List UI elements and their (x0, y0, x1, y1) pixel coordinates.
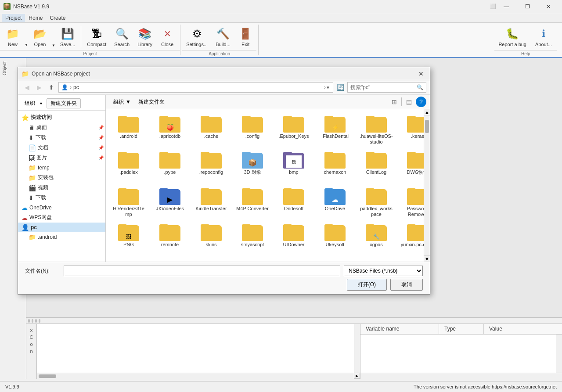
tree-pictures[interactable]: 🖼 图片 📌 (18, 153, 105, 163)
file-v-scrollbar[interactable]: ▲ ▼ (424, 109, 430, 262)
nav-back-button[interactable]: ◀ (22, 82, 32, 93)
folder-huawei[interactable]: .huawei-liteOS-studio (357, 113, 396, 147)
folder-ondesoft[interactable]: Ondesoft (274, 185, 313, 219)
folder-m4p[interactable]: M4P Converter (233, 185, 272, 219)
scroll-up-button[interactable]: ▲ (424, 109, 430, 115)
folder-kindletransfer-label: KindleTransfer (195, 206, 227, 212)
restore-button[interactable]: ❐ (517, 2, 537, 11)
open-button[interactable]: 打开(O) (347, 279, 387, 291)
help-group-label: Help (494, 50, 557, 57)
open-button[interactable]: 📂 Open (29, 25, 51, 49)
folder-kindletransfer[interactable]: KindleTransfer (192, 185, 231, 219)
settings-button[interactable]: ⚙ Settings... (182, 25, 212, 49)
organize-button[interactable]: 组织 (22, 98, 38, 108)
tree-downloads2[interactable]: ⬇ 下载 (18, 193, 105, 203)
new-dropdown-arrow[interactable]: ▼ (24, 25, 29, 49)
minimize-button[interactable]: — (496, 2, 516, 11)
view-layout-button[interactable]: ▤ (403, 97, 414, 107)
compact-icon: 🗜 (90, 27, 104, 41)
tree-onedrive[interactable]: ☁ OneDrive (18, 203, 105, 212)
folder-config[interactable]: .config (233, 113, 272, 147)
about-label: About... (535, 42, 552, 47)
build-button[interactable]: 🔨 Build... (212, 25, 234, 49)
filetype-select[interactable]: NSBase Files (*.nsb) (344, 266, 423, 276)
folder-repoconfig[interactable]: .repoconfig (192, 149, 231, 183)
nav-up-button[interactable]: ⬆ (46, 82, 57, 93)
folder-uidowner[interactable]: UIDowner (274, 221, 313, 255)
folder-remnote[interactable]: remnote (151, 221, 189, 255)
address-dropdown-arrow[interactable]: ▼ (326, 85, 330, 90)
open-dropdown-arrow[interactable]: ▼ (51, 25, 56, 49)
compact-button[interactable]: 🗜 Compact (83, 25, 110, 49)
file-organize-button[interactable]: 组织 ▼ (109, 97, 135, 107)
tree-android-sub[interactable]: 📁 .android (18, 232, 105, 242)
dialog-close-button[interactable]: ✕ (416, 68, 426, 79)
folder-chemaxon[interactable]: chemaxon (316, 149, 354, 183)
tree-temp[interactable]: 📁 temp (18, 163, 105, 173)
folder-remnote-label: remnote (161, 242, 179, 248)
nav-forward-button[interactable]: ▶ (34, 82, 44, 93)
folder-keras[interactable]: .keras (398, 113, 424, 147)
scroll-thumb (425, 120, 429, 133)
filename-input[interactable] (64, 266, 340, 276)
view-help-button[interactable]: ? (416, 97, 426, 107)
tree-desktop[interactable]: 🖥 桌面 📌 (18, 122, 105, 133)
close-button[interactable]: ✕ (538, 2, 558, 11)
folder-apricotdb[interactable]: 🍑 .apricotdb (151, 113, 189, 147)
folder-password-remover[interactable]: Password Remover (398, 185, 424, 219)
folder-pype[interactable]: .pype (151, 149, 189, 183)
about-button[interactable]: ℹ About... (530, 25, 557, 49)
folder-3d[interactable]: 📦 3D 对象 (233, 149, 272, 183)
folder-flashdental[interactable]: ⚡ .FlashDental (316, 113, 354, 147)
folder-onedrive[interactable]: ☁ OneDrive (316, 185, 354, 219)
menu-create[interactable]: Create (46, 14, 69, 22)
scroll-down-button[interactable]: ▼ (424, 255, 430, 262)
group-divider2 (258, 25, 259, 55)
refresh-button[interactable]: 🔄 (335, 82, 346, 93)
address-bar[interactable]: 👤 › pc › ▼ (58, 82, 333, 93)
library-button[interactable]: 📚 Library (133, 25, 156, 49)
folder-png[interactable]: 🖼 PNG (109, 221, 148, 255)
save-button[interactable]: 💾 Save... (56, 25, 79, 49)
folder-dwg[interactable]: DWG恢复 (398, 149, 424, 183)
workspace: Object x C o n (0, 58, 562, 379)
search-input[interactable] (350, 84, 417, 90)
tree-wps[interactable]: ☁ WPS网盘 (18, 212, 105, 223)
new-folder-button[interactable]: 新建文件夹 (47, 98, 81, 108)
folder-paddlex[interactable]: .paddlex (109, 149, 148, 183)
folder-bmp[interactable]: 🖼 bmp (274, 149, 313, 183)
new-button[interactable]: 📁 New (2, 25, 24, 49)
folder-paddlex-ws[interactable]: paddlex_workspace (357, 185, 396, 219)
tree-video[interactable]: 🎬 视频 (18, 183, 105, 193)
tree-downloads1[interactable]: ⬇ 下载 📌 (18, 133, 105, 143)
folder-clientlog[interactable]: ClientLog (357, 149, 396, 183)
report-bug-button[interactable]: 🐛 Report a bug (494, 25, 530, 49)
folder-cache[interactable]: .cache (192, 113, 231, 147)
folder-jxvideo[interactable]: ▶ JXVideoFiles (151, 185, 189, 219)
view-mode-button[interactable]: ⊞ (389, 97, 400, 107)
file-new-folder-button[interactable]: 新建文件夹 (135, 97, 168, 107)
folder-android[interactable]: .android (109, 113, 148, 147)
menu-home[interactable]: Home (25, 14, 46, 22)
folder-yunxin[interactable]: yunxin-pc-client (398, 221, 424, 255)
folder-paddlex-ws-label: paddlex_workspace (359, 206, 393, 217)
search-button[interactable]: 🔍 Search (110, 25, 133, 49)
cancel-button[interactable]: 取消 (390, 279, 423, 291)
tree-install[interactable]: 📁 安装包 (18, 173, 105, 183)
close-button[interactable]: ✕ Close (156, 25, 178, 49)
tree-pc[interactable]: 👤 pc (18, 223, 105, 232)
folder-ukeysoft[interactable]: Ukeysoft (316, 221, 354, 255)
folder-xgpos[interactable]: 🔧 xgpos (357, 221, 396, 255)
tree-documents[interactable]: 📄 文档 📌 (18, 143, 105, 153)
folder-paddlex-label: .paddlex (119, 169, 138, 175)
divider1 (81, 26, 81, 47)
tree-quick-access[interactable]: ⭐ 快速访问 (18, 112, 105, 122)
folder-smyascript[interactable]: smyascript (233, 221, 272, 255)
folder-skins[interactable]: skins (192, 221, 231, 255)
menu-project[interactable]: Project (2, 14, 25, 22)
folder-jxvideo-label: JXVideoFiles (156, 206, 184, 212)
folder-m4p-label: M4P Converter (236, 206, 269, 212)
folder-hirender[interactable]: HiRenderS3Temp (109, 185, 148, 219)
exit-button[interactable]: 🚪 Exit (234, 25, 256, 49)
folder-epubor[interactable]: .Epubor_Keys (274, 113, 313, 147)
